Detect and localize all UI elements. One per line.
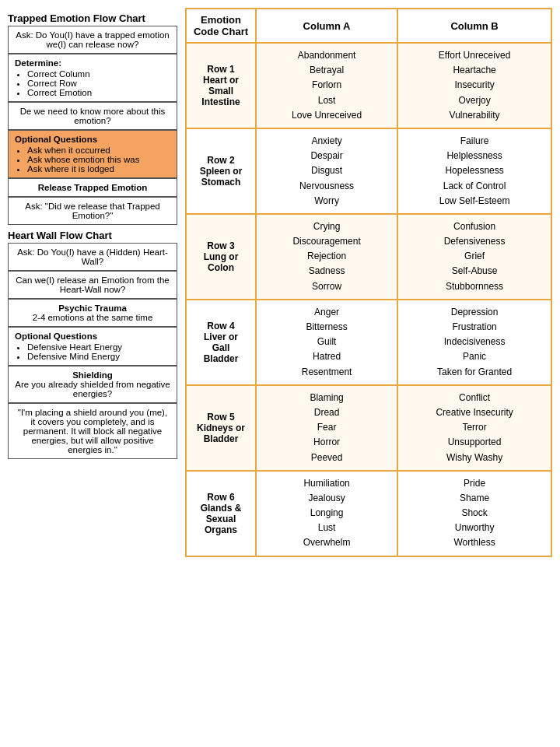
ask1-box: Ask: Do You(I) have a trapped emotion we… [8,26,177,54]
chart-row-1: Row 1 Heart or Small IntestineAbandonmen… [186,43,551,128]
chart-title-cell: Emotion Code Chart [186,9,256,43]
optional2-list: Defensive Heart Energy Defensive Mind En… [15,342,170,361]
psychic-trauma-label: Psychic Trauma [58,303,127,313]
ask2-box: Ask: "Did we release that Trapped Emotio… [8,197,177,225]
chart-row-2: Row 2 Spleen or StomachAnxietyDespairDis… [186,128,551,214]
row-col-b-1: Effort UnreceivedHeartacheInsecurityOver… [397,43,551,128]
shield-quote-text: "I'm placing a shield around you (me), i… [18,408,167,454]
optional-title: Optional Questions [15,135,97,144]
row-label-1: Row 1 Heart or Small Intestine [186,43,256,128]
col-a-header: Column A [256,9,397,43]
row-col-b-6: PrideShameShockUnworthyWorthless [397,471,551,556]
release-text: Release Trapped Emotion [38,183,148,192]
col-b-header: Column B [397,9,551,43]
emotion-chart: Emotion Code Chart Column A Column B Row… [185,8,552,557]
chart-row-3: Row 3 Lung or ColonCryingDiscouragementR… [186,214,551,300]
determine-item-3: Correct Emotion [27,88,170,97]
release-box: Release Trapped Emotion [8,178,177,197]
row-col-a-6: HumiliationJealousyLongingLustOverwhelm [256,471,397,556]
row-label-5: Row 5 Kidneys or Bladder [186,385,256,471]
row-col-b-4: DepressionFrustrationIndecisivenessPanic… [397,300,551,385]
optional-item-2: Ask whose emotion this was [27,155,170,164]
optional-item-3: Ask where it is lodged [27,164,170,174]
chart-row-6: Row 6 Glands & Sexual OrgansHumiliationJ… [186,471,551,556]
ask3-text: Ask: Do You(I) have a (Hidden) Heart-Wal… [17,247,168,266]
ask1-text: Ask: Do You(I) have a trapped emotion we… [16,30,170,49]
shielding-title: Shielding [72,370,113,380]
optional-item-1: Ask when it occurred [27,146,170,155]
row-col-b-2: FailureHelplessnessHopelessnessLack of C… [397,128,551,214]
chart-row-5: Row 5 Kidneys or BladderBlamingDreadFear… [186,385,551,471]
row-col-b-3: ConfusionDefensivenessGriefSelf-AbuseStu… [397,214,551,300]
determine-item-1: Correct Column [27,69,170,79]
left-panel: Trapped Emotion Flow Chart Ask: Do You(I… [8,8,177,739]
chart-row-4: Row 4 Liver or Gall BladderAngerBitterne… [186,300,551,385]
right-panel: Emotion Code Chart Column A Column B Row… [185,8,552,739]
determine-label: Determine: [15,58,61,68]
psychic-trauma-sub: 2-4 emotions at the same time [33,313,153,322]
determine-list: Correct Column Correct Row Correct Emoti… [15,69,170,97]
ask3-box: Ask: Do You(I) have a (Hidden) Heart-Wal… [8,243,177,271]
row-label-4: Row 4 Liver or Gall Bladder [186,300,256,385]
optional2-box: Optional Questions Defensive Heart Energ… [8,327,177,366]
row-col-a-3: CryingDiscouragementRejectionSadnessSorr… [256,214,397,300]
optional2-title: Optional Questions [15,331,97,341]
row-col-a-4: AngerBitternessGuiltHatredResentment [256,300,397,385]
shielding-sub: Are you already shielded from negative e… [15,380,170,398]
optional-list: Ask when it occurred Ask whose emotion t… [15,146,170,174]
row-label-6: Row 6 Glands & Sexual Organs [186,471,256,556]
shielding-box: Shielding Are you already shielded from … [8,366,177,403]
row-label-3: Row 3 Lung or Colon [186,214,256,300]
optional2-item-2: Defensive Mind Energy [27,352,170,361]
determine-item-2: Correct Row [27,79,170,88]
ask4-text: Can we(I) release an Emotion from the He… [16,275,170,294]
optional2-item-1: Defensive Heart Energy [27,342,170,352]
ask2-text: Ask: "Did we release that Trapped Emotio… [25,202,159,220]
trapped-flow-title: Trapped Emotion Flow Chart [8,8,177,26]
shield-quote-box: "I'm placing a shield around you (me), i… [8,403,177,459]
row-label-2: Row 2 Spleen or Stomach [186,128,256,214]
ask4-box: Can we(I) release an Emotion from the He… [8,271,177,299]
heartwall-flow-title: Heart Wall Flow Chart [8,225,177,243]
know-more-box: De we need to know more about this emoti… [8,102,177,130]
row-col-a-5: BlamingDreadFearHorrorPeeved [256,385,397,471]
row-col-b-5: ConflictCreative InsecurityTerrorUnsuppo… [397,385,551,471]
row-col-a-1: AbandonmentBetrayalForlornLostLove Unrec… [256,43,397,128]
psychic-trauma-box: Psychic Trauma 2-4 emotions at the same … [8,299,177,327]
row-col-a-2: AnxietyDespairDisgustNervousnessWorry [256,128,397,214]
determine-box: Determine: Correct Column Correct Row Co… [8,54,177,102]
optional-questions-box: Optional Questions Ask when it occurred … [8,130,177,178]
know-more-text: De we need to know more about this emoti… [20,107,166,125]
